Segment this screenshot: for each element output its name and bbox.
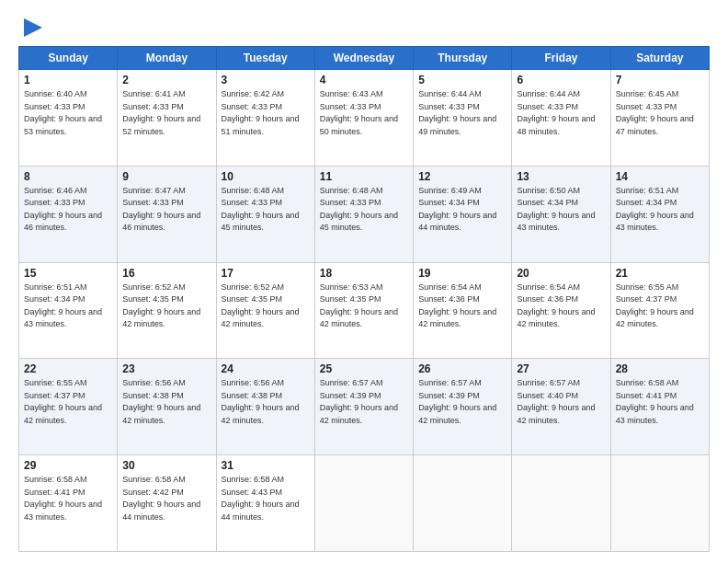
day-number: 9 [122, 170, 210, 183]
day-info: Sunrise: 6:46 AM Sunset: 4:33 PM Dayligh… [24, 185, 112, 235]
day-cell: 12 Sunrise: 6:49 AM Sunset: 4:34 PM Dayl… [414, 166, 512, 262]
week-row-4: 22 Sunrise: 6:55 AM Sunset: 4:37 PM Dayl… [19, 359, 710, 455]
day-number: 17 [222, 267, 310, 280]
day-info: Sunrise: 6:44 AM Sunset: 4:33 PM Dayligh… [418, 88, 506, 138]
day-info: Sunrise: 6:58 AM Sunset: 4:42 PM Dayligh… [122, 474, 210, 523]
day-cell: 17 Sunrise: 6:52 AM Sunset: 4:35 PM Dayl… [216, 262, 314, 359]
svg-marker-0 [24, 18, 42, 37]
header [18, 15, 710, 37]
day-cell: 10 Sunrise: 6:48 AM Sunset: 4:33 PM Dayl… [216, 166, 314, 262]
day-info: Sunrise: 6:56 AM Sunset: 4:38 PM Dayligh… [222, 377, 310, 427]
day-header-monday: Monday [118, 47, 216, 70]
calendar-table: SundayMondayTuesdayWednesdayThursdayFrid… [18, 46, 710, 552]
day-header-friday: Friday [512, 47, 610, 70]
day-info: Sunrise: 6:51 AM Sunset: 4:34 PM Dayligh… [616, 185, 704, 235]
day-number: 11 [320, 170, 408, 183]
day-info: Sunrise: 6:42 AM Sunset: 4:33 PM Dayligh… [222, 88, 310, 138]
day-info: Sunrise: 6:53 AM Sunset: 4:35 PM Dayligh… [320, 282, 408, 331]
day-cell: 21 Sunrise: 6:55 AM Sunset: 4:37 PM Dayl… [610, 262, 709, 359]
day-number: 29 [24, 459, 112, 472]
day-cell: 3 Sunrise: 6:42 AM Sunset: 4:33 PM Dayli… [216, 70, 314, 167]
day-info: Sunrise: 6:45 AM Sunset: 4:33 PM Dayligh… [616, 88, 704, 138]
day-info: Sunrise: 6:56 AM Sunset: 4:38 PM Dayligh… [122, 377, 210, 427]
day-info: Sunrise: 6:57 AM Sunset: 4:39 PM Dayligh… [418, 377, 506, 427]
day-number: 6 [517, 74, 605, 86]
week-row-5: 29 Sunrise: 6:58 AM Sunset: 4:41 PM Dayl… [19, 455, 710, 552]
day-info: Sunrise: 6:58 AM Sunset: 4:43 PM Dayligh… [222, 474, 310, 523]
day-number: 8 [24, 170, 112, 183]
day-info: Sunrise: 6:51 AM Sunset: 4:34 PM Dayligh… [24, 282, 112, 331]
day-cell: 27 Sunrise: 6:57 AM Sunset: 4:40 PM Dayl… [512, 359, 610, 455]
day-number: 21 [616, 267, 704, 280]
day-cell: 14 Sunrise: 6:51 AM Sunset: 4:34 PM Dayl… [610, 166, 709, 262]
day-number: 20 [517, 267, 605, 280]
day-number: 18 [320, 267, 408, 280]
day-number: 27 [517, 362, 605, 375]
day-cell: 26 Sunrise: 6:57 AM Sunset: 4:39 PM Dayl… [414, 359, 512, 455]
day-cell: 11 Sunrise: 6:48 AM Sunset: 4:33 PM Dayl… [314, 166, 413, 262]
day-cell: 23 Sunrise: 6:56 AM Sunset: 4:38 PM Dayl… [118, 359, 216, 455]
week-row-1: 1 Sunrise: 6:40 AM Sunset: 4:33 PM Dayli… [19, 70, 710, 167]
day-cell: 24 Sunrise: 6:56 AM Sunset: 4:38 PM Dayl… [216, 359, 314, 455]
day-header-sunday: Sunday [19, 47, 118, 70]
day-cell: 15 Sunrise: 6:51 AM Sunset: 4:34 PM Dayl… [19, 262, 118, 359]
day-info: Sunrise: 6:54 AM Sunset: 4:36 PM Dayligh… [517, 282, 605, 331]
day-cell: 7 Sunrise: 6:45 AM Sunset: 4:33 PM Dayli… [610, 70, 709, 167]
day-info: Sunrise: 6:55 AM Sunset: 4:37 PM Dayligh… [24, 377, 112, 427]
day-number: 3 [222, 74, 310, 86]
day-cell [314, 455, 413, 552]
day-cell: 13 Sunrise: 6:50 AM Sunset: 4:34 PM Dayl… [512, 166, 610, 262]
day-number: 19 [418, 267, 506, 280]
day-number: 14 [616, 170, 704, 183]
day-info: Sunrise: 6:49 AM Sunset: 4:34 PM Dayligh… [418, 185, 506, 235]
day-number: 7 [616, 74, 704, 86]
day-cell: 31 Sunrise: 6:58 AM Sunset: 4:43 PM Dayl… [216, 455, 314, 552]
day-cell: 9 Sunrise: 6:47 AM Sunset: 4:33 PM Dayli… [118, 166, 216, 262]
day-number: 23 [122, 362, 210, 375]
day-number: 2 [122, 74, 210, 86]
day-number: 5 [418, 74, 506, 86]
day-header-saturday: Saturday [610, 47, 709, 70]
day-info: Sunrise: 6:40 AM Sunset: 4:33 PM Dayligh… [24, 88, 112, 138]
page: SundayMondayTuesdayWednesdayThursdayFrid… [0, 0, 728, 563]
day-number: 31 [222, 459, 310, 472]
logo-icon [20, 15, 46, 40]
day-cell: 1 Sunrise: 6:40 AM Sunset: 4:33 PM Dayli… [19, 70, 118, 167]
header-row: SundayMondayTuesdayWednesdayThursdayFrid… [19, 47, 710, 70]
day-number: 10 [222, 170, 310, 183]
day-cell [610, 455, 709, 552]
day-info: Sunrise: 6:57 AM Sunset: 4:40 PM Dayligh… [517, 377, 605, 427]
week-row-2: 8 Sunrise: 6:46 AM Sunset: 4:33 PM Dayli… [19, 166, 710, 262]
day-number: 24 [222, 362, 310, 375]
day-number: 4 [320, 74, 408, 86]
day-cell: 6 Sunrise: 6:44 AM Sunset: 4:33 PM Dayli… [512, 70, 610, 167]
day-cell: 8 Sunrise: 6:46 AM Sunset: 4:33 PM Dayli… [19, 166, 118, 262]
day-info: Sunrise: 6:52 AM Sunset: 4:35 PM Dayligh… [122, 282, 210, 331]
day-header-wednesday: Wednesday [314, 47, 413, 70]
day-header-thursday: Thursday [414, 47, 512, 70]
day-cell: 16 Sunrise: 6:52 AM Sunset: 4:35 PM Dayl… [118, 262, 216, 359]
day-info: Sunrise: 6:55 AM Sunset: 4:37 PM Dayligh… [616, 282, 704, 331]
day-info: Sunrise: 6:58 AM Sunset: 4:41 PM Dayligh… [24, 474, 112, 523]
day-number: 1 [24, 74, 112, 86]
day-info: Sunrise: 6:47 AM Sunset: 4:33 PM Dayligh… [122, 185, 210, 235]
day-cell: 25 Sunrise: 6:57 AM Sunset: 4:39 PM Dayl… [314, 359, 413, 455]
day-number: 30 [122, 459, 210, 472]
day-info: Sunrise: 6:48 AM Sunset: 4:33 PM Dayligh… [320, 185, 408, 235]
day-number: 28 [616, 362, 704, 375]
day-cell: 22 Sunrise: 6:55 AM Sunset: 4:37 PM Dayl… [19, 359, 118, 455]
day-info: Sunrise: 6:48 AM Sunset: 4:33 PM Dayligh… [222, 185, 310, 235]
day-cell: 5 Sunrise: 6:44 AM Sunset: 4:33 PM Dayli… [414, 70, 512, 167]
day-cell: 30 Sunrise: 6:58 AM Sunset: 4:42 PM Dayl… [118, 455, 216, 552]
day-info: Sunrise: 6:54 AM Sunset: 4:36 PM Dayligh… [418, 282, 506, 331]
day-info: Sunrise: 6:41 AM Sunset: 4:33 PM Dayligh… [122, 88, 210, 138]
day-number: 25 [320, 362, 408, 375]
day-number: 13 [517, 170, 605, 183]
week-row-3: 15 Sunrise: 6:51 AM Sunset: 4:34 PM Dayl… [19, 262, 710, 359]
day-cell: 20 Sunrise: 6:54 AM Sunset: 4:36 PM Dayl… [512, 262, 610, 359]
day-cell: 19 Sunrise: 6:54 AM Sunset: 4:36 PM Dayl… [414, 262, 512, 359]
day-info: Sunrise: 6:43 AM Sunset: 4:33 PM Dayligh… [320, 88, 408, 138]
day-info: Sunrise: 6:58 AM Sunset: 4:41 PM Dayligh… [616, 377, 704, 427]
day-cell [414, 455, 512, 552]
day-number: 26 [418, 362, 506, 375]
